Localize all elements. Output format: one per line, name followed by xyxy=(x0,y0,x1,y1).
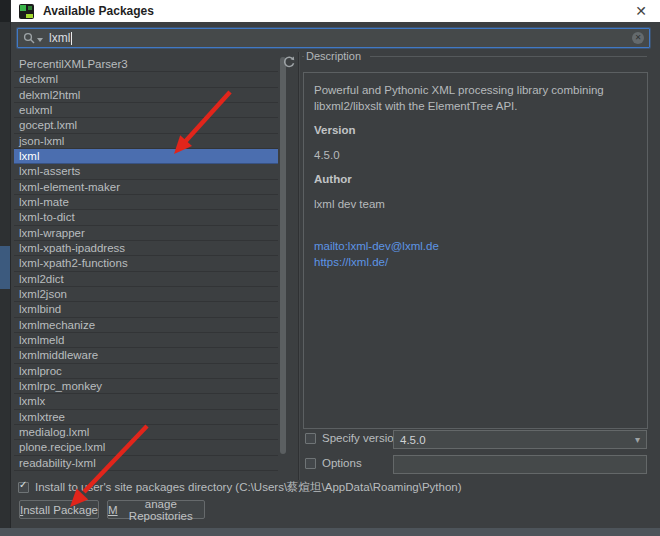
background-selection-fragment xyxy=(0,246,10,289)
install-package-button[interactable]: Install Package xyxy=(19,500,99,519)
version-select[interactable]: 4.5.0 ▾ xyxy=(393,430,647,449)
specify-version-checkbox[interactable] xyxy=(305,433,316,444)
options-input[interactable] xyxy=(393,455,647,474)
package-list-item[interactable]: lxml-xpath2-functions xyxy=(14,256,278,271)
dialog-body: lxml ✕ PercentilXMLParser3declxmldelxml2… xyxy=(11,22,660,528)
description-group-label: Description xyxy=(306,50,361,62)
combo-arrow-icon: ▾ xyxy=(635,434,640,445)
package-list-item[interactable]: lxml-xpath-ipaddress xyxy=(14,241,278,256)
panel-divider[interactable] xyxy=(298,52,299,480)
author-email-link[interactable]: mailto:lxml-dev@lxml.de xyxy=(314,238,637,254)
specify-version-row: Specify version 4.5.0 ▾ xyxy=(305,432,400,444)
version-value: 4.5.0 xyxy=(314,148,637,164)
package-list-item[interactable]: lxmlxtree xyxy=(14,410,278,425)
package-list-item[interactable]: eulxml xyxy=(14,103,278,118)
package-list-item[interactable]: lxml-to-dict xyxy=(14,210,278,225)
package-list-item[interactable]: readability-lxml xyxy=(14,456,278,471)
package-list-item[interactable]: lxmlrpc_monkey xyxy=(14,379,278,394)
close-icon[interactable]: ✕ xyxy=(630,0,652,22)
manage-mnemonic: M xyxy=(108,504,118,516)
package-list-item[interactable]: json-lxml xyxy=(14,134,278,149)
install-user-site-row: ✓ Install to user's site packages direct… xyxy=(18,480,462,495)
clear-x-glyph: ✕ xyxy=(635,34,642,42)
package-list-item[interactable]: PercentilXMLParser3 xyxy=(14,57,278,72)
package-list-item[interactable]: lxmlmeld xyxy=(14,333,278,348)
package-list-item[interactable]: medialog.lxml xyxy=(14,425,278,440)
scrollbar-thumb[interactable] xyxy=(280,57,286,454)
background-ide-strip xyxy=(0,0,10,536)
group-border-line xyxy=(302,56,304,57)
text-cursor xyxy=(71,32,72,45)
specify-version-label: Specify version xyxy=(322,432,400,444)
package-list: PercentilXMLParser3declxmldelxml2htmleul… xyxy=(14,57,278,471)
options-row: Options xyxy=(305,457,362,469)
description-box: Powerful and Pythonic XML processing lib… xyxy=(303,72,648,429)
dialog-title: Available Packages xyxy=(43,4,154,18)
package-list-item[interactable]: lxmlmechanize xyxy=(14,318,278,333)
package-list-item[interactable]: plone.recipe.lxml xyxy=(14,440,278,455)
author-value: lxml dev team xyxy=(314,197,637,213)
package-list-item[interactable]: lxml-element-maker xyxy=(14,180,278,195)
background-bottom-strip xyxy=(0,528,660,536)
group-border-line xyxy=(370,56,647,57)
package-list-item[interactable]: lxmlproc xyxy=(14,364,278,379)
package-list-item[interactable]: lxml2dict xyxy=(14,272,278,287)
package-summary: Powerful and Pythonic XML processing lib… xyxy=(314,83,637,114)
package-list-item[interactable]: declxml xyxy=(14,72,278,87)
package-list-item[interactable]: lxml-wrapper xyxy=(14,226,278,241)
install-label-rest: nstall Package xyxy=(23,504,98,516)
search-icon xyxy=(23,32,35,44)
package-list-item[interactable]: gocept.lxml xyxy=(14,118,278,133)
options-checkbox[interactable] xyxy=(305,458,316,469)
search-input[interactable]: lxml ✕ xyxy=(17,28,650,48)
background-ide-corner xyxy=(0,0,10,22)
search-history-arrow-icon[interactable] xyxy=(37,38,43,42)
clear-search-icon[interactable]: ✕ xyxy=(632,32,644,44)
package-list-item[interactable]: lxml xyxy=(14,149,278,164)
package-list-item[interactable]: lxml-mate xyxy=(14,195,278,210)
package-list-item[interactable]: delxml2html xyxy=(14,88,278,103)
version-select-value: 4.5.0 xyxy=(400,434,426,446)
package-list-item[interactable]: lxml2json xyxy=(14,287,278,302)
manage-label-rest: anage Repositories xyxy=(118,498,204,522)
manage-repositories-button[interactable]: Manage Repositories xyxy=(107,500,205,519)
version-label: Version xyxy=(314,123,637,139)
checkmark-icon: ✓ xyxy=(19,480,27,490)
available-packages-dialog: Available Packages ✕ lxml ✕ PercentilXML… xyxy=(10,0,660,528)
list-scrollbar[interactable] xyxy=(279,57,287,471)
window-icon xyxy=(19,4,34,19)
author-label: Author xyxy=(314,172,637,188)
package-list-item[interactable]: lxmlmiddleware xyxy=(14,348,278,363)
homepage-link[interactable]: https://lxml.de/ xyxy=(314,254,637,270)
package-list-item[interactable]: lxmlx xyxy=(14,394,278,409)
install-user-site-checkbox[interactable]: ✓ xyxy=(18,482,29,493)
options-label: Options xyxy=(322,457,362,469)
search-query-text: lxml xyxy=(49,31,70,45)
package-list-item[interactable]: lxml-asserts xyxy=(14,164,278,179)
dialog-titlebar: Available Packages ✕ xyxy=(11,0,660,22)
package-list-item[interactable]: lxmlbind xyxy=(14,302,278,317)
reload-packages-icon[interactable] xyxy=(282,55,296,69)
screen: Available Packages ✕ lxml ✕ PercentilXML… xyxy=(0,0,660,536)
install-user-site-label: Install to user's site packages director… xyxy=(35,480,462,495)
